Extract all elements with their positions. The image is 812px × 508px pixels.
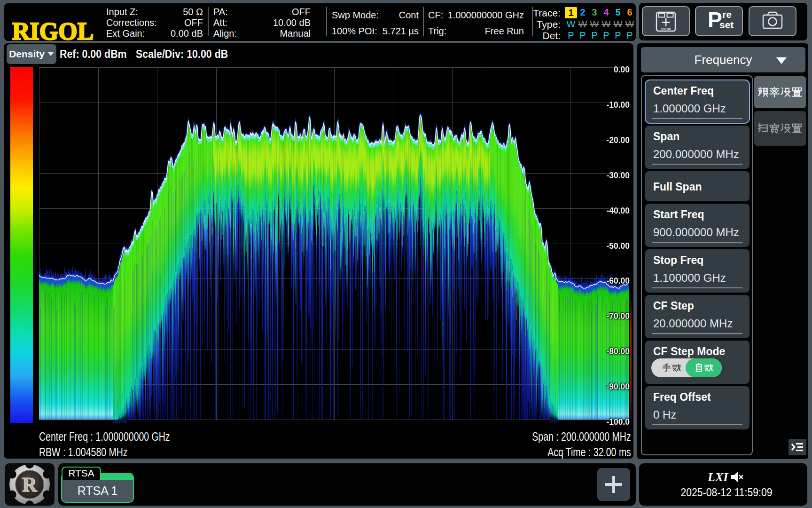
svg-text:VIEW: VIEW — [661, 27, 671, 31]
svg-text:R: R — [22, 473, 38, 496]
